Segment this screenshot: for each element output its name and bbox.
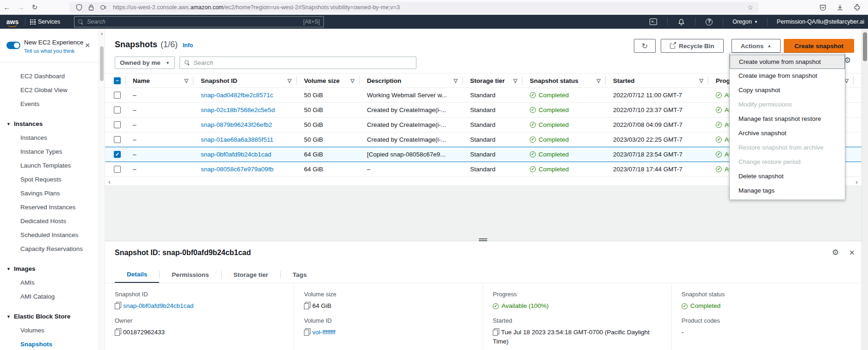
row-checkbox[interactable] [114, 136, 121, 143]
cloudshell-icon[interactable]: >_ [650, 19, 657, 25]
account-menu[interactable]: Permission-QA/llu@stellarcyber.ai [777, 19, 864, 25]
copy-icon[interactable] [493, 330, 497, 335]
sidebar-item-instance-types[interactable]: Instance Types [0, 145, 99, 159]
filter-icon[interactable]: ▽ [514, 78, 522, 84]
ownership-filter-dropdown[interactable]: Owned by me▼ [115, 56, 175, 69]
sidebar-item-savings-plans[interactable]: Savings Plans [0, 187, 99, 200]
tab-storage-tier[interactable]: Storage tier [222, 266, 280, 283]
lock-icon[interactable] [87, 4, 95, 11]
back-icon[interactable]: ← [0, 3, 14, 11]
scrollbar-thumb[interactable] [863, 32, 867, 61]
sidebar-item-ami-catalog[interactable]: AMI Catalog [0, 290, 99, 304]
extensions-puzzle-icon[interactable] [851, 2, 862, 13]
refresh-button[interactable]: ↻ [634, 39, 656, 53]
tracking-shield-icon[interactable] [75, 4, 83, 11]
menu-item-manage-tags[interactable]: Manage tags [730, 184, 845, 198]
sidebar-scrollbar[interactable]: ∧ [99, 29, 105, 350]
actions-button[interactable]: Actions▲ [732, 39, 781, 53]
column-header-description[interactable]: Description▽ [360, 74, 463, 88]
filter-icon[interactable]: ▽ [700, 78, 708, 84]
window-scrollbar[interactable] [862, 29, 868, 350]
menu-item-delete-snapshot[interactable]: Delete snapshot [730, 169, 845, 184]
copy-icon[interactable] [115, 330, 119, 335]
aws-logo[interactable]: aws [5, 18, 20, 25]
column-header-started[interactable]: Started▽ [606, 74, 708, 88]
menu-item-manage-fast-snapshot-restore[interactable]: Manage fast snapshot restore [730, 112, 845, 126]
close-icon[interactable]: ✕ [85, 42, 90, 49]
region-selector[interactable]: Oregon▼ [732, 19, 758, 25]
sidebar-item-instances[interactable]: Instances [0, 131, 99, 145]
scroll-left-icon[interactable]: ‹ [108, 178, 111, 186]
recycle-bin-button[interactable]: Recycle Bin [661, 39, 724, 53]
row-checkbox[interactable] [114, 166, 121, 173]
forward-icon[interactable]: → [14, 3, 28, 11]
scrollbar-thumb[interactable] [100, 46, 104, 81]
sidebar-item-reserved-instances[interactable]: Reserved Instances [0, 200, 99, 214]
copy-icon[interactable] [304, 330, 308, 335]
sidebar-item-snapshots[interactable]: Snapshots [0, 338, 99, 350]
panel-resize-handle[interactable] [479, 238, 487, 242]
snapshot-search-input[interactable]: Search [180, 56, 416, 69]
scroll-up-icon[interactable]: ∧ [99, 31, 105, 36]
copy-icon[interactable] [115, 303, 119, 308]
menu-item-create-volume-from-snapshot[interactable]: Create volume from snapshot [730, 55, 845, 69]
bookmark-star-icon[interactable]: ☆ [745, 4, 755, 11]
snapshot-id-link[interactable]: snap-02c18b7568e2c5e5d [201, 106, 275, 113]
panel-close-icon[interactable]: ✕ [849, 249, 855, 257]
column-header-volume-size[interactable]: Volume size▽ [297, 74, 360, 88]
row-checkbox[interactable] [114, 92, 121, 99]
filter-icon[interactable]: ▽ [351, 78, 359, 84]
column-header-snapshot-id[interactable]: Snapshot ID▽ [193, 74, 297, 88]
menu-item-create-image-from-snapshot[interactable]: Create image from snapshot [730, 69, 845, 83]
new-experience-toggle[interactable] [6, 42, 20, 49]
filter-icon[interactable]: ▽ [185, 78, 193, 84]
sidebar-item-volumes[interactable]: Volumes [0, 324, 99, 338]
menu-item-archive-snapshot[interactable]: Archive snapshot [730, 126, 845, 141]
sidebar-section-instances[interactable]: ▼Instances [0, 117, 99, 131]
info-link[interactable]: Info [183, 42, 193, 49]
address-bar[interactable]: https://us-west-2.console.aws.amazon.com… [69, 2, 759, 13]
snapshot-id-link[interactable]: snap-0ad0482fbe2c8571c [201, 92, 273, 99]
filter-icon[interactable]: ▽ [288, 78, 296, 84]
tab-tags[interactable]: Tags [281, 266, 319, 283]
sidebar-item-scheduled-instances[interactable]: Scheduled Instances [0, 228, 99, 242]
copy-icon[interactable] [304, 303, 308, 308]
select-all-checkbox[interactable]: − [114, 77, 121, 84]
downloads-icon[interactable] [834, 2, 845, 13]
global-search-input[interactable]: Search [Alt+S] [74, 16, 324, 27]
column-header-storage-tier[interactable]: Storage tier▽ [463, 74, 522, 88]
column-header-snapshot-status[interactable]: Snapshot status▽ [522, 74, 606, 88]
filter-icon[interactable]: ▽ [597, 78, 605, 84]
row-checkbox[interactable]: ✓ [114, 151, 121, 158]
sidebar-item-ec2-dashboard[interactable]: EC2 Dashboard [0, 69, 99, 83]
panel-settings-gear-icon[interactable]: ⚙ [832, 248, 839, 257]
menu-item-copy-snapshot[interactable]: Copy snapshot [730, 83, 845, 98]
sidebar-item-amis[interactable]: AMIs [0, 276, 99, 290]
tab-permissions[interactable]: Permissions [160, 266, 221, 283]
banner-feedback-link[interactable]: Tell us what you think [24, 48, 74, 54]
help-icon[interactable]: ? [706, 19, 713, 25]
services-menu[interactable]: Services [30, 19, 60, 25]
notifications-bell-icon[interactable] [678, 19, 685, 25]
filter-icon[interactable]: ▽ [454, 78, 462, 84]
sidebar-item-ec2-global-view[interactable]: EC2 Global View [0, 83, 99, 97]
snapshot-id-link[interactable]: snap-08058c67e979a09fb [201, 166, 273, 173]
row-checkbox[interactable] [114, 106, 121, 113]
permissions-icon[interactable] [99, 4, 107, 11]
create-snapshot-button[interactable]: Create snapshot [784, 39, 854, 53]
reload-icon[interactable]: ↻ [28, 3, 42, 12]
sidebar-item-launch-templates[interactable]: Launch Templates [0, 159, 99, 173]
value-link[interactable]: vol-ffffffff [312, 329, 335, 336]
sidebar-item-capacity-reservations[interactable]: Capacity Reservations [0, 242, 99, 256]
scroll-right-icon[interactable]: › [856, 178, 858, 186]
sidebar-item-events[interactable]: Events [0, 97, 99, 111]
snapshot-id-link[interactable]: snap-0bf0afd9b24cb1cad [201, 151, 271, 158]
sidebar-section-images[interactable]: ▼Images [0, 262, 99, 276]
row-checkbox[interactable] [114, 121, 121, 128]
snapshot-id-link[interactable]: snap-01ae68a6a3885f511 [201, 136, 273, 143]
filter-icon[interactable]: ▽ [845, 78, 853, 84]
tab-details[interactable]: Details [115, 266, 159, 283]
sidebar-section-elastic-block-store[interactable]: ▼Elastic Block Store [0, 310, 99, 324]
sidebar-item-spot-requests[interactable]: Spot Requests [0, 173, 99, 187]
pocket-icon[interactable] [817, 2, 828, 13]
